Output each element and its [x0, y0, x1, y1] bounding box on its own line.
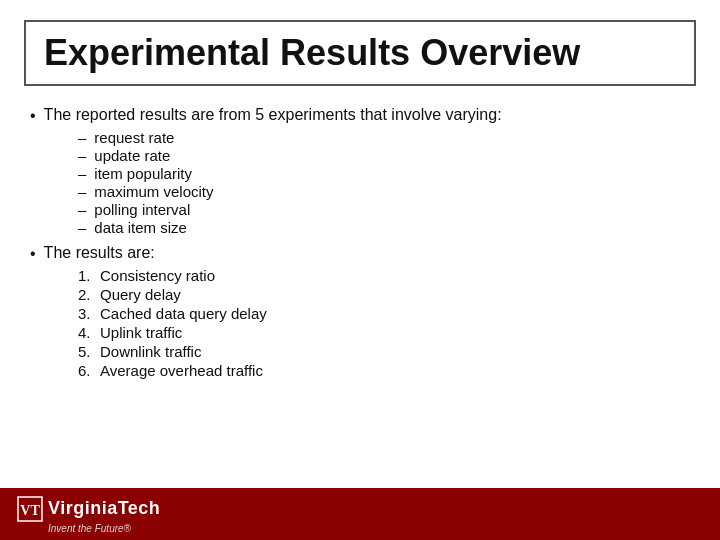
list-item: – data item size [78, 219, 690, 236]
bullet-1-text: The reported results are from 5 experime… [44, 106, 502, 124]
title-box: Experimental Results Overview [24, 20, 696, 86]
dash-icon: – [78, 147, 86, 164]
num-text: Downlink traffic [100, 343, 201, 360]
bullet-1-dot: • [30, 107, 36, 125]
num-text: Cached data query delay [100, 305, 267, 322]
slide: Experimental Results Overview • The repo… [0, 0, 720, 540]
bullet-1-main: • The reported results are from 5 experi… [30, 106, 690, 125]
num-label: 4. [78, 324, 100, 341]
sub-item-text: polling interval [94, 201, 190, 218]
dash-icon: – [78, 219, 86, 236]
num-label: 3. [78, 305, 100, 322]
dash-icon: – [78, 183, 86, 200]
bullet-2-text: The results are: [44, 244, 155, 262]
dash-icon: – [78, 201, 86, 218]
num-label: 2. [78, 286, 100, 303]
dash-icon: – [78, 129, 86, 146]
bullet-1-section: • The reported results are from 5 experi… [30, 106, 690, 236]
list-item: – request rate [78, 129, 690, 146]
list-item: 5. Downlink traffic [78, 343, 690, 360]
list-item: – polling interval [78, 201, 690, 218]
numbered-list: 1. Consistency ratio 2. Query delay 3. C… [78, 267, 690, 379]
logo-area: VT VirginiaTech Invent the Future® [16, 495, 160, 534]
num-label: 1. [78, 267, 100, 284]
svg-text:VT: VT [20, 503, 40, 518]
bullet-2-section: • The results are: 1. Consistency ratio … [30, 244, 690, 379]
bullet-2-main: • The results are: [30, 244, 690, 263]
list-item: 2. Query delay [78, 286, 690, 303]
num-label: 6. [78, 362, 100, 379]
list-item: – update rate [78, 147, 690, 164]
list-item: – maximum velocity [78, 183, 690, 200]
list-item: 6. Average overhead traffic [78, 362, 690, 379]
num-text: Consistency ratio [100, 267, 215, 284]
content-area: • The reported results are from 5 experi… [0, 96, 720, 488]
num-text: Uplink traffic [100, 324, 182, 341]
sub-item-text: request rate [94, 129, 174, 146]
sub-item-text: update rate [94, 147, 170, 164]
logo-text: VirginiaTech [48, 498, 160, 519]
logo-top: VT VirginiaTech [16, 495, 160, 523]
list-item: 3. Cached data query delay [78, 305, 690, 322]
list-item: – item popularity [78, 165, 690, 182]
footer-bar: VT VirginiaTech Invent the Future® [0, 488, 720, 540]
sub-list-1: – request rate – update rate – item popu… [78, 129, 690, 236]
university-logo-icon: VT [16, 495, 44, 523]
sub-item-text: maximum velocity [94, 183, 213, 200]
sub-item-text: data item size [94, 219, 187, 236]
bullet-2-dot: • [30, 245, 36, 263]
dash-icon: – [78, 165, 86, 182]
num-label: 5. [78, 343, 100, 360]
slide-title: Experimental Results Overview [44, 32, 580, 73]
logo-subtitle: Invent the Future® [48, 523, 131, 534]
list-item: 1. Consistency ratio [78, 267, 690, 284]
num-text: Query delay [100, 286, 181, 303]
list-item: 4. Uplink traffic [78, 324, 690, 341]
num-text: Average overhead traffic [100, 362, 263, 379]
sub-item-text: item popularity [94, 165, 192, 182]
